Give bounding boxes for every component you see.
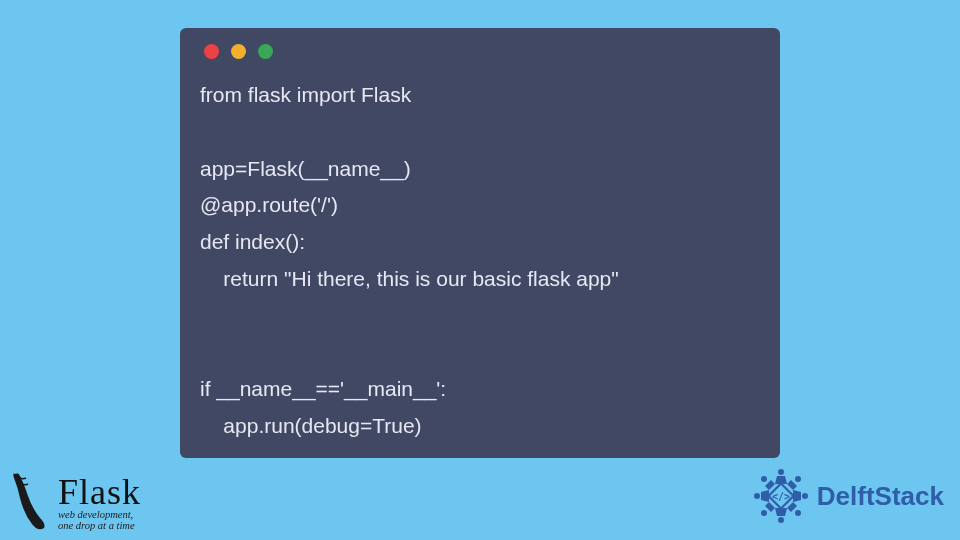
code-line: def index(): (200, 230, 305, 253)
delftstack-title: DelftStack (817, 481, 944, 512)
svg-text:</>: </> (772, 491, 790, 502)
code-window: from flask import Flask app=Flask(__name… (180, 28, 780, 458)
code-line: if __name__=='__main__': (200, 377, 446, 400)
delftstack-medallion-icon: </> (751, 466, 811, 526)
code-line: app.run(debug=True) (200, 414, 422, 437)
code-line: return "Hi there, this is our basic flas… (200, 267, 619, 290)
svg-point-5 (761, 510, 767, 516)
code-line: app=Flask(__name__) (200, 157, 411, 180)
window-controls (204, 44, 760, 59)
minimize-icon (231, 44, 246, 59)
flask-subtitle: web development, one drop at a time (58, 509, 141, 531)
svg-point-2 (802, 493, 808, 499)
flask-text-block: Flask web development, one drop at a tim… (58, 471, 141, 531)
svg-point-1 (795, 476, 801, 482)
code-block: from flask import Flask app=Flask(__name… (200, 77, 760, 445)
flask-title: Flask (58, 471, 141, 513)
svg-point-0 (778, 469, 784, 475)
code-line: from flask import Flask (200, 83, 411, 106)
code-line: @app.route('/') (200, 193, 338, 216)
flask-horn-icon (8, 470, 50, 532)
close-icon (204, 44, 219, 59)
svg-point-6 (754, 493, 760, 499)
svg-point-4 (778, 517, 784, 523)
svg-point-7 (761, 476, 767, 482)
delftstack-logo: </> DelftStack (751, 466, 944, 526)
svg-point-3 (795, 510, 801, 516)
flask-logo: Flask web development, one drop at a tim… (8, 470, 141, 532)
maximize-icon (258, 44, 273, 59)
